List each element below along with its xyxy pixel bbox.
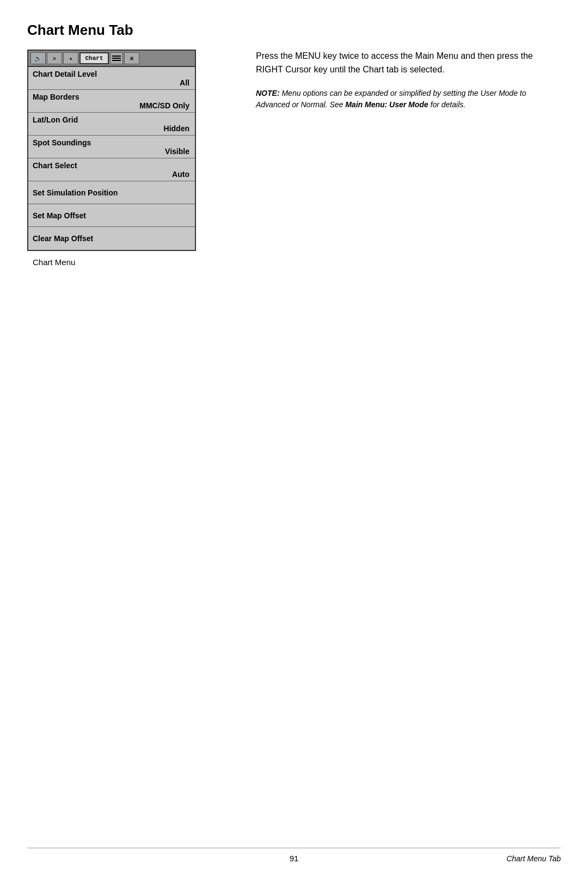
menu-item-lat-lon-grid[interactable]: Lat/Lon Grid Hidden — [28, 113, 195, 136]
menu-label-chart-detail-level: Chart Detail Level — [33, 70, 191, 78]
content-area: 🔊 ✕ ✦ Chart ▣ Chart Detail Level All M — [27, 50, 561, 267]
menu-item-set-map-offset[interactable]: Set Map Offset — [28, 204, 195, 227]
main-description: Press the MENU key twice to access the M… — [256, 50, 561, 77]
menu-item-spot-soundings[interactable]: Spot Soundings Visible — [28, 136, 195, 158]
menu-label-set-map-offset: Set Map Offset — [33, 211, 86, 220]
menu-value-chart-detail-level: All — [33, 78, 191, 87]
menu-item-clear-map-offset[interactable]: Clear Map Offset — [28, 227, 195, 250]
device-screen: 🔊 ✕ ✦ Chart ▣ Chart Detail Level All M — [27, 50, 196, 251]
device-caption: Chart Menu — [33, 258, 75, 267]
menu-label-chart-select: Chart Select — [33, 161, 191, 170]
menu-label-spot-soundings: Spot Soundings — [33, 138, 191, 147]
page-title: Chart Menu Tab — [27, 22, 561, 39]
footer-right-label: Chart Menu Tab — [506, 854, 561, 863]
tab-photo-icon[interactable]: ▣ — [124, 52, 139, 64]
tab-sound-icon[interactable]: 🔊 — [30, 52, 46, 64]
menu-value-lat-lon-grid: Hidden — [33, 124, 191, 133]
menu-label-lat-lon-grid: Lat/Lon Grid — [33, 115, 191, 124]
menu-item-map-borders[interactable]: Map Borders MMC/SD Only — [28, 90, 195, 113]
menu-label-set-simulation-position: Set Simulation Position — [33, 188, 118, 197]
menu-item-set-simulation-position[interactable]: Set Simulation Position — [28, 181, 195, 204]
tab-nav-icon[interactable]: ✕ — [47, 52, 62, 64]
note-prefix: NOTE: — [256, 89, 280, 97]
tab-bar: 🔊 ✕ ✦ Chart ▣ — [28, 51, 195, 67]
tab-lines-icon[interactable] — [110, 52, 123, 64]
page-footer: 91 Chart Menu Tab — [27, 848, 561, 863]
menu-value-chart-select: Auto — [33, 170, 191, 179]
note-link: Main Menu: User Mode — [345, 100, 428, 109]
menu-value-map-borders: MMC/SD Only — [33, 101, 191, 110]
tab-star-icon[interactable]: ✦ — [63, 52, 78, 64]
menu-label-clear-map-offset: Clear Map Offset — [33, 234, 93, 243]
menu-item-chart-select[interactable]: Chart Select Auto — [28, 158, 195, 181]
tab-chart-icon[interactable]: Chart — [79, 52, 109, 64]
menu-value-spot-soundings: Visible — [33, 147, 191, 156]
note-suffix: for details. — [428, 100, 465, 109]
menu-label-map-borders: Map Borders — [33, 93, 191, 101]
note-block: NOTE: Menu options can be expanded or si… — [256, 88, 561, 111]
page-container: Chart Menu Tab 🔊 ✕ ✦ Chart ▣ — [0, 0, 588, 882]
left-column: 🔊 ✕ ✦ Chart ▣ Chart Detail Level All M — [27, 50, 234, 267]
footer-page-number: 91 — [205, 854, 383, 863]
right-column: Press the MENU key twice to access the M… — [256, 50, 561, 267]
menu-item-chart-detail-level[interactable]: Chart Detail Level All — [28, 67, 195, 90]
